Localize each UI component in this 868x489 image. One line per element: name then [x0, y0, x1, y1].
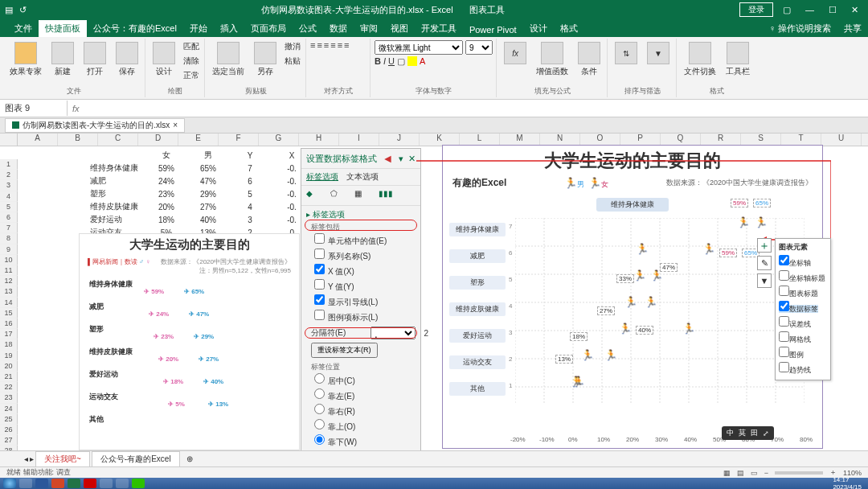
select-all-corner[interactable] — [0, 134, 18, 146]
chart-elem-check[interactable]: 图例 — [779, 346, 827, 361]
tab-wechat[interactable]: 公众号：有趣的Excel — [87, 20, 183, 37]
sheet-nav-prev[interactable]: ▸ — [30, 454, 34, 463]
reset-labels-button[interactable]: 重设标签文本(R) — [311, 343, 378, 358]
label-check[interactable]: 系列名称(S) — [306, 248, 416, 263]
pane-dropdown-icon[interactable]: ▾ — [399, 154, 403, 164]
col-header[interactable]: S — [741, 134, 781, 146]
bold-icon[interactable]: B — [375, 56, 381, 67]
quickaccess-icon[interactable]: ↺ — [19, 5, 27, 15]
col-header[interactable]: F — [219, 134, 259, 146]
explorer-icon[interactable] — [19, 479, 32, 488]
tab-review[interactable]: 审阅 — [354, 20, 384, 37]
ribbon-display-button[interactable]: ▢ — [778, 3, 796, 17]
word-icon[interactable] — [35, 479, 48, 488]
col-header[interactable]: E — [178, 134, 219, 146]
chart-elements-button[interactable]: ＋ — [757, 238, 772, 253]
italic-icon[interactable]: I — [383, 56, 386, 67]
row-header[interactable]: 25 — [0, 414, 18, 425]
formula-input[interactable] — [84, 107, 868, 110]
tab-quick[interactable]: 快捷面板 — [39, 20, 87, 37]
sheet-tab-1[interactable]: 关注我吧~ — [35, 451, 90, 467]
btn-expert[interactable]: 效果专家 — [6, 40, 45, 79]
col-header[interactable]: G — [259, 134, 299, 146]
tab-layout[interactable]: 页面布局 — [244, 20, 293, 37]
chart-styles-button[interactable]: ✎ — [757, 256, 772, 270]
col-header[interactable]: A — [18, 134, 58, 146]
tray-clock[interactable]: 14:172023/4/15 — [833, 476, 865, 489]
new-sheet-button[interactable]: ⊕ — [182, 454, 198, 463]
zoom-slider[interactable] — [775, 471, 823, 475]
grid[interactable]: ABCDEFGHIJKLMNOPQRSTU 123456789101112131… — [0, 134, 868, 465]
chart-elem-check[interactable]: 图表标题 — [779, 285, 827, 300]
btn-sort[interactable]: ⇅ — [612, 40, 641, 66]
app-icon-2[interactable] — [100, 479, 113, 488]
data-marker[interactable]: 🏃 — [581, 349, 594, 362]
name-box[interactable]: 图表 9 — [0, 101, 68, 116]
sheet-nav-first[interactable]: ◂ — [24, 454, 28, 463]
btn-switch[interactable]: 文件切换 — [681, 40, 719, 79]
label-check[interactable]: 图例项标示(L) — [306, 309, 416, 324]
btn-design[interactable]: 设计 — [149, 40, 178, 79]
ppt-icon[interactable] — [51, 479, 64, 488]
close-tab-icon[interactable]: × — [173, 121, 178, 129]
size-select[interactable]: 9 — [465, 40, 493, 55]
effects-icon[interactable]: ⬠ — [330, 189, 343, 202]
col-header[interactable]: H — [299, 134, 339, 146]
data-marker[interactable]: 🏃 — [624, 296, 637, 309]
col-header[interactable]: B — [58, 134, 98, 146]
data-marker[interactable]: 🏃 — [755, 216, 768, 229]
tab-powerpivot[interactable]: Power Pivot — [463, 23, 523, 37]
chart-elem-check[interactable]: 趋势线 — [779, 361, 827, 376]
fill-icon[interactable]: ◆ — [306, 189, 319, 202]
zoom-out-button[interactable]: − — [764, 469, 768, 477]
data-marker[interactable]: 🏃 — [619, 323, 632, 335]
data-marker[interactable]: 🏃 — [645, 296, 657, 309]
row-header[interactable]: 15 — [0, 308, 18, 318]
label-pos-radio[interactable]: 靠下(W) — [306, 434, 416, 449]
tab-format[interactable]: 格式 — [554, 20, 584, 37]
btn-clear[interactable]: 清除 — [182, 55, 201, 68]
data-marker[interactable]: 🏃 — [572, 376, 585, 388]
col-header[interactable]: C — [98, 134, 138, 146]
row-header[interactable]: 22 — [0, 382, 18, 392]
view-layout-icon[interactable]: ▤ — [737, 469, 744, 477]
row-header[interactable]: 18 — [0, 339, 18, 350]
col-header[interactable]: R — [701, 134, 741, 146]
label-pos-radio[interactable]: 靠右(R) — [306, 403, 416, 418]
label-options-section[interactable]: ▸ 标签选项 — [306, 208, 416, 222]
btn-undo[interactable]: 撤消 — [283, 40, 302, 53]
row-header[interactable]: 11 — [0, 265, 18, 276]
pane-close-icon[interactable]: ✕ — [408, 154, 416, 164]
chart-elem-check[interactable]: 坐标轴标题 — [779, 269, 827, 285]
btn-match[interactable]: 匹配 — [182, 40, 201, 53]
view-pagebreak-icon[interactable]: ▭ — [751, 469, 758, 477]
data-marker[interactable]: 🏃 — [604, 349, 617, 362]
col-header[interactable]: J — [379, 134, 420, 146]
col-header[interactable]: D — [138, 134, 178, 146]
chart-elem-check[interactable]: 坐标轴 — [779, 254, 827, 269]
row-header[interactable]: 9 — [0, 244, 18, 255]
row-header[interactable]: 4 — [0, 191, 18, 202]
row-header[interactable]: 14 — [0, 298, 18, 308]
tab-home[interactable]: 开始 — [183, 20, 214, 37]
tab-design[interactable]: 设计 — [523, 20, 554, 37]
label-check[interactable]: 显示引导线(L) — [306, 294, 416, 309]
btn-new[interactable]: 新建 — [48, 40, 77, 79]
btn-selcurrent[interactable]: 选定当前 — [209, 40, 248, 79]
data-marker[interactable]: 🏃 — [636, 243, 649, 256]
btn-saveas[interactable]: 另存 — [251, 40, 280, 79]
col-header[interactable]: K — [420, 134, 460, 146]
size-icon[interactable]: ▦ — [354, 189, 367, 202]
sheet-tab-2[interactable]: 公众号-有趣的Excel — [92, 451, 180, 467]
border-icon[interactable]: ▢ — [397, 56, 405, 67]
app-icon-3[interactable] — [116, 479, 129, 488]
search-box[interactable]: ♀ 操作说明搜索 — [763, 20, 837, 37]
tab-formulas[interactable]: 公式 — [293, 20, 323, 37]
row-header[interactable]: 3 — [0, 180, 18, 191]
row-header[interactable]: 8 — [0, 233, 18, 244]
chart-elem-check[interactable]: 误差线 — [779, 315, 827, 331]
row-header[interactable]: 24 — [0, 404, 18, 414]
label-pos-radio[interactable]: 靠左(E) — [306, 388, 416, 403]
col-header[interactable]: P — [620, 134, 661, 146]
btn-fx[interactable]: fx — [501, 40, 530, 66]
